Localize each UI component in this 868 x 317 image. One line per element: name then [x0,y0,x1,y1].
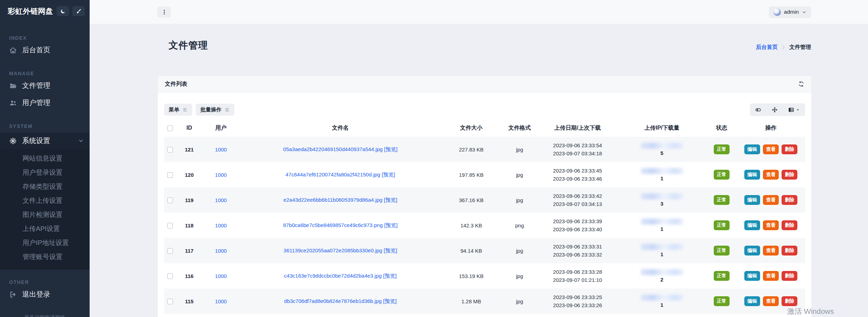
bulk-actions-button[interactable]: 批量操作 [196,104,234,116]
row-checkbox[interactable] [167,223,173,228]
topbar-menu-button[interactable] [157,7,171,18]
delete-button[interactable]: 删除 [782,144,797,154]
col-header-status: 状态 [707,119,737,137]
preview-link[interactable]: [预览] [384,222,397,228]
edit-button[interactable]: 编辑 [744,271,760,281]
sidebar-item-files[interactable]: 文件管理 [0,78,90,93]
file-dates: 2023-09-06 23:33:42 2023-09-07 03:34:13 [538,187,617,213]
file-dates: 2023-09-06 23:33:39 2023-09-06 23:33:40 [538,213,617,238]
edit-button[interactable]: 编辑 [744,144,760,154]
table-icon [788,107,794,113]
col-header-ip: 上传IP/下载量 [617,119,707,137]
download-count: 1 [617,226,707,232]
table-row: 120 1000 47c644a7ef61200742fa80a2f42150d… [164,162,805,187]
preview-link[interactable]: [预览] [383,273,396,279]
sidebar-subitem-upload-api[interactable]: 上传API设置 [0,222,90,236]
view-button[interactable]: 查看 [763,144,779,154]
toggle-view-button[interactable] [750,103,766,116]
edit-button[interactable]: 编辑 [744,296,760,306]
row-checkbox[interactable] [167,147,173,153]
preview-link[interactable]: [预览] [382,172,395,177]
delete-button[interactable]: 删除 [782,296,797,306]
delete-button[interactable]: 删除 [782,246,797,255]
edit-button[interactable]: 编辑 [744,195,760,205]
file-id: 121 [176,137,202,162]
row-checkbox[interactable] [167,299,173,304]
view-button[interactable]: 查看 [763,296,779,306]
edit-button[interactable]: 编辑 [744,220,760,230]
user-link[interactable]: 1000 [215,147,227,153]
status-badge: 正常 [714,170,730,180]
card-title: 文件列表 [165,80,187,88]
sidebar-item-users[interactable]: 用户管理 [0,95,90,111]
ip-downloads: 5 [617,137,707,162]
menu-button[interactable]: 菜单 [164,104,192,116]
user-link[interactable]: 1000 [215,197,227,203]
user-link[interactable]: 1000 [215,248,227,254]
edit-button[interactable]: 编辑 [744,246,760,255]
columns-button[interactable] [783,103,805,116]
file-id: 117 [176,238,202,263]
delete-button[interactable]: 删除 [782,220,797,230]
ip-downloads: 1 [617,289,707,314]
sidebar-subitem-admin-account[interactable]: 管理账号设置 [0,250,90,264]
file-link[interactable]: 05a3aeda2b4220469150d440937a544.jpg [283,146,383,152]
table-row: 118 1000 87b0ca6be7c5be8469857ce49c6c973… [164,213,805,238]
breadcrumb: 后台首页 文件管理 [756,44,811,52]
row-checkbox[interactable] [167,198,173,203]
user-link[interactable]: 1000 [215,222,227,228]
user-link[interactable]: 1000 [215,298,227,304]
user-name: admin [784,9,799,15]
view-button[interactable]: 查看 [763,271,779,281]
file-size: 142.3 KB [441,213,501,238]
view-button[interactable]: 查看 [763,170,779,180]
sidebar-item-home[interactable]: 后台首页 [0,42,90,58]
view-button[interactable]: 查看 [763,195,779,205]
table-row: 119 1000 e2a43d22ee6bb6b11b06053979d86a4… [164,187,805,213]
table-row: 121 1000 05a3aeda2b4220469150d440937a544… [164,137,805,162]
upload-date: 2023-09-06 23:33:42 [538,192,617,200]
preview-link[interactable]: [预览] [384,146,397,152]
file-link[interactable]: e2a43d22ee6bb6b11b06053979d86a4.jpg [283,197,382,203]
status-badge: 正常 [714,144,730,154]
user-link[interactable]: 1000 [215,172,227,178]
breadcrumb-home-link[interactable]: 后台首页 [756,44,778,51]
sidebar-subitem-user-ip[interactable]: 用户IP地址设置 [0,236,90,250]
sidebar-subitem-file-upload[interactable]: 文件上传设置 [0,194,90,208]
row-checkbox[interactable] [167,273,173,279]
file-link[interactable]: 87b0ca6be7c5be8469857ce49c6c973.png [283,222,383,228]
delete-button[interactable]: 删除 [782,271,797,281]
ip-downloads: 1 [617,238,707,263]
file-link[interactable]: 361139ce202055aa072e2085bb330e0.jpg [284,247,382,253]
theme-button[interactable] [72,6,85,16]
file-id: 120 [176,162,202,187]
select-all-checkbox[interactable] [167,125,173,131]
view-button[interactable]: 查看 [763,220,779,230]
preview-link[interactable]: [预览] [383,298,396,304]
file-link[interactable]: 47c644a7ef61200742fa80a2f42150d.jpg [286,172,380,177]
user-menu[interactable]: admin [769,6,811,18]
upload-date: 2023-09-06 23:33:28 [538,268,617,276]
file-format: jpg [501,238,538,263]
delete-button[interactable]: 删除 [782,170,797,180]
user-link[interactable]: 1000 [215,273,227,279]
sidebar-subitem-storage-type[interactable]: 存储类型设置 [0,180,90,194]
sidebar-subitem-site-info[interactable]: 网站信息设置 [0,151,90,166]
move-button[interactable] [766,103,783,116]
sidebar-subitem-image-check[interactable]: 图片检测设置 [0,208,90,222]
file-link[interactable]: db3c706df7ad8e0b824e7876eb1d36b.jpg [284,298,382,304]
preview-link[interactable]: [预览] [384,197,397,203]
file-link[interactable]: c43c163e7c9ddccbc0be72d4d2ba4e3.jpg [284,273,382,279]
dark-mode-button[interactable] [57,6,69,16]
delete-button[interactable]: 删除 [782,195,797,205]
sidebar-item-logout[interactable]: 退出登录 [0,286,90,302]
sidebar-item-settings[interactable]: 系统设置 [0,132,90,149]
row-checkbox[interactable] [167,248,173,254]
refresh-button[interactable] [798,81,804,87]
sidebar-subitem-user-login[interactable]: 用户登录设置 [0,166,90,180]
edit-button[interactable]: 编辑 [744,170,760,180]
preview-link[interactable]: [预览] [384,247,397,253]
row-checkbox[interactable] [167,172,173,178]
ip-blurred [641,219,683,225]
view-button[interactable]: 查看 [763,246,779,255]
